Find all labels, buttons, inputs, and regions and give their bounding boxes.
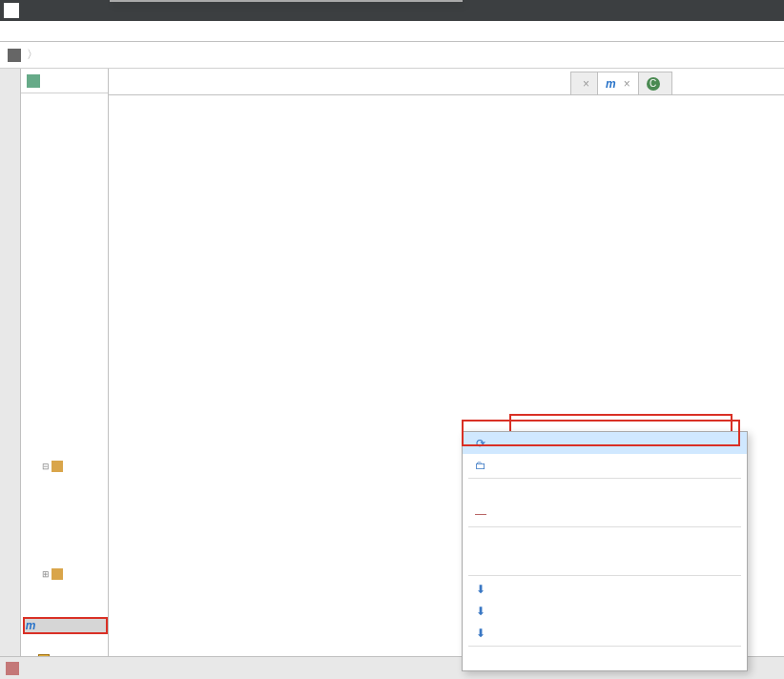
download-icon: ⬇: [472, 605, 489, 618]
tree-jwxt-iml[interactable]: [23, 600, 108, 617]
menu-file[interactable]: [4, 30, 15, 33]
project-icon: [8, 49, 21, 62]
close-icon[interactable]: ×: [583, 77, 589, 91]
menu-navigate[interactable]: [38, 30, 50, 33]
java-ee-icon: [6, 662, 19, 675]
editor-tabs: × m× C: [109, 69, 784, 95]
submenu-download-doc[interactable]: ⬇: [463, 600, 747, 622]
menu-bar: [0, 21, 784, 42]
chevron-right-icon: 〉: [24, 47, 41, 63]
app-icon: [4, 3, 19, 18]
project-panel-icon: [27, 74, 40, 88]
tree-gitignore[interactable]: [23, 583, 108, 600]
submenu-create-profiles[interactable]: [463, 551, 747, 573]
minus-icon: —: [472, 507, 489, 521]
menu-help[interactable]: [412, 30, 423, 33]
submenu-open-settings[interactable]: [463, 529, 747, 551]
submenu-ignore-projects[interactable]: [463, 481, 747, 503]
refresh-icon: ⟳: [472, 437, 489, 450]
editor-tab-java[interactable]: ×: [570, 72, 598, 94]
submenu-generate-sources[interactable]: 🗀: [463, 454, 747, 476]
menu-view[interactable]: [27, 30, 38, 33]
submenu-remove-projects[interactable]: —: [463, 503, 747, 525]
project-panel: ⊟ ⊞ m ⊞: [21, 69, 109, 656]
tree-pom-xml[interactable]: m: [23, 617, 108, 634]
menu-edit[interactable]: [15, 30, 27, 33]
download-icon: ⬇: [472, 627, 489, 640]
tool-window-bar[interactable]: [0, 69, 21, 656]
project-panel-header[interactable]: [21, 69, 108, 93]
tree-rules[interactable]: [23, 634, 108, 651]
submenu-download-sources[interactable]: ⬇: [463, 578, 747, 600]
breadcrumb: 〉: [0, 42, 784, 69]
editor-tab-jwxt[interactable]: m×: [597, 72, 639, 94]
maven-submenu: ⟳ 🗀 — ⬇ ⬇ ⬇: [462, 431, 748, 671]
tree-target-folder[interactable]: ⊞: [23, 566, 108, 583]
editor-tab-controller[interactable]: C: [638, 72, 672, 94]
submenu-show-pom[interactable]: [463, 648, 747, 670]
folder-icon: 🗀: [472, 459, 489, 472]
context-menu: [110, 0, 463, 2]
download-icon: ⬇: [472, 583, 489, 596]
tree-test-folder[interactable]: ⊟: [23, 458, 108, 475]
submenu-reimport[interactable]: ⟳: [463, 432, 747, 454]
close-icon[interactable]: ×: [624, 77, 630, 91]
submenu-download-both[interactable]: ⬇: [463, 622, 747, 644]
